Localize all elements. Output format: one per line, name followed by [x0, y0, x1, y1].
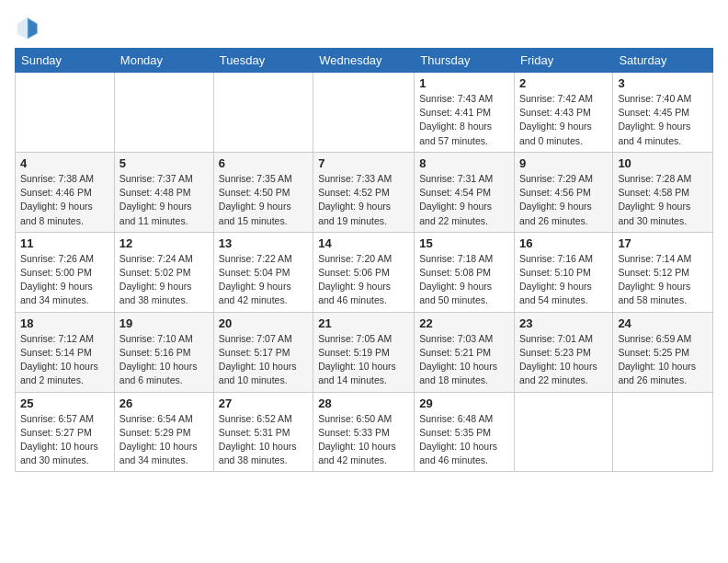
- calendar-cell: 16Sunrise: 7:16 AM Sunset: 5:10 PM Dayli…: [515, 232, 613, 312]
- day-info: Sunrise: 6:48 AM Sunset: 5:35 PM Dayligh…: [419, 412, 509, 468]
- day-number: 24: [618, 316, 708, 330]
- day-info: Sunrise: 7:22 AM Sunset: 5:04 PM Dayligh…: [219, 252, 308, 308]
- day-number: 16: [519, 236, 608, 250]
- calendar-cell: 4Sunrise: 7:38 AM Sunset: 4:46 PM Daylig…: [16, 152, 115, 232]
- calendar-cell: [613, 392, 713, 472]
- day-number: 26: [119, 396, 209, 410]
- day-number: 5: [119, 156, 209, 170]
- calendar-cell: 29Sunrise: 6:48 AM Sunset: 5:35 PM Dayli…: [415, 392, 515, 472]
- header: [15, 15, 713, 40]
- calendar-cell: 23Sunrise: 7:01 AM Sunset: 5:23 PM Dayli…: [515, 312, 613, 392]
- day-number: 1: [419, 76, 509, 90]
- calendar-cell: 10Sunrise: 7:28 AM Sunset: 4:58 PM Dayli…: [613, 152, 713, 232]
- calendar-cell: 18Sunrise: 7:12 AM Sunset: 5:14 PM Dayli…: [16, 312, 115, 392]
- day-number: 21: [318, 316, 409, 330]
- day-info: Sunrise: 6:59 AM Sunset: 5:25 PM Dayligh…: [618, 332, 708, 388]
- calendar-week-row: 11Sunrise: 7:26 AM Sunset: 5:00 PM Dayli…: [16, 232, 713, 312]
- day-number: 15: [419, 236, 509, 250]
- logo: [15, 15, 44, 40]
- day-info: Sunrise: 7:38 AM Sunset: 4:46 PM Dayligh…: [20, 172, 109, 228]
- calendar-cell: 22Sunrise: 7:03 AM Sunset: 5:21 PM Dayli…: [415, 312, 515, 392]
- calendar-week-row: 18Sunrise: 7:12 AM Sunset: 5:14 PM Dayli…: [16, 312, 713, 392]
- day-number: 12: [119, 236, 209, 250]
- day-number: 6: [219, 156, 308, 170]
- logo-icon: [15, 15, 40, 40]
- day-number: 10: [618, 156, 708, 170]
- calendar-cell: 17Sunrise: 7:14 AM Sunset: 5:12 PM Dayli…: [613, 232, 713, 312]
- calendar-cell: 9Sunrise: 7:29 AM Sunset: 4:56 PM Daylig…: [515, 152, 613, 232]
- day-number: 23: [519, 316, 608, 330]
- calendar-cell: 6Sunrise: 7:35 AM Sunset: 4:50 PM Daylig…: [213, 152, 313, 232]
- day-number: 3: [618, 76, 708, 90]
- day-number: 28: [318, 396, 409, 410]
- weekday-header-thursday: Thursday: [415, 49, 515, 73]
- day-info: Sunrise: 6:57 AM Sunset: 5:27 PM Dayligh…: [20, 412, 109, 468]
- weekday-header-saturday: Saturday: [613, 49, 713, 73]
- calendar-cell: 19Sunrise: 7:10 AM Sunset: 5:16 PM Dayli…: [114, 312, 213, 392]
- calendar-cell: [114, 73, 213, 153]
- day-info: Sunrise: 7:28 AM Sunset: 4:58 PM Dayligh…: [618, 172, 708, 228]
- weekday-header-wednesday: Wednesday: [313, 49, 415, 73]
- weekday-header-monday: Monday: [114, 49, 213, 73]
- calendar-week-row: 4Sunrise: 7:38 AM Sunset: 4:46 PM Daylig…: [16, 152, 713, 232]
- day-number: 25: [20, 396, 109, 410]
- day-number: 18: [20, 316, 109, 330]
- day-number: 29: [419, 396, 509, 410]
- day-info: Sunrise: 7:40 AM Sunset: 4:45 PM Dayligh…: [618, 92, 708, 148]
- calendar-cell: 12Sunrise: 7:24 AM Sunset: 5:02 PM Dayli…: [114, 232, 213, 312]
- calendar-cell: 27Sunrise: 6:52 AM Sunset: 5:31 PM Dayli…: [213, 392, 313, 472]
- day-info: Sunrise: 7:29 AM Sunset: 4:56 PM Dayligh…: [519, 172, 608, 228]
- weekday-header-tuesday: Tuesday: [213, 49, 313, 73]
- calendar-cell: 13Sunrise: 7:22 AM Sunset: 5:04 PM Dayli…: [213, 232, 313, 312]
- day-info: Sunrise: 7:14 AM Sunset: 5:12 PM Dayligh…: [618, 252, 708, 308]
- day-info: Sunrise: 7:16 AM Sunset: 5:10 PM Dayligh…: [519, 252, 608, 308]
- day-number: 17: [618, 236, 708, 250]
- page: SundayMondayTuesdayWednesdayThursdayFrid…: [0, 0, 728, 563]
- day-info: Sunrise: 7:35 AM Sunset: 4:50 PM Dayligh…: [219, 172, 308, 228]
- day-number: 14: [318, 236, 409, 250]
- day-info: Sunrise: 7:31 AM Sunset: 4:54 PM Dayligh…: [419, 172, 509, 228]
- calendar-cell: 25Sunrise: 6:57 AM Sunset: 5:27 PM Dayli…: [16, 392, 115, 472]
- day-info: Sunrise: 6:52 AM Sunset: 5:31 PM Dayligh…: [219, 412, 308, 468]
- calendar-header: SundayMondayTuesdayWednesdayThursdayFrid…: [16, 49, 713, 73]
- weekday-header-sunday: Sunday: [16, 49, 115, 73]
- calendar-body: 1Sunrise: 7:43 AM Sunset: 4:41 PM Daylig…: [16, 73, 713, 472]
- calendar-cell: 8Sunrise: 7:31 AM Sunset: 4:54 PM Daylig…: [415, 152, 515, 232]
- day-info: Sunrise: 7:12 AM Sunset: 5:14 PM Dayligh…: [20, 332, 109, 388]
- day-number: 11: [20, 236, 109, 250]
- day-info: Sunrise: 6:54 AM Sunset: 5:29 PM Dayligh…: [119, 412, 209, 468]
- day-info: Sunrise: 7:10 AM Sunset: 5:16 PM Dayligh…: [119, 332, 209, 388]
- calendar-cell: [213, 73, 313, 153]
- calendar-cell: 21Sunrise: 7:05 AM Sunset: 5:19 PM Dayli…: [313, 312, 415, 392]
- calendar-cell: 14Sunrise: 7:20 AM Sunset: 5:06 PM Dayli…: [313, 232, 415, 312]
- weekday-header-row: SundayMondayTuesdayWednesdayThursdayFrid…: [16, 49, 713, 73]
- day-number: 7: [318, 156, 409, 170]
- calendar-cell: 1Sunrise: 7:43 AM Sunset: 4:41 PM Daylig…: [415, 73, 515, 153]
- day-info: Sunrise: 7:37 AM Sunset: 4:48 PM Dayligh…: [119, 172, 209, 228]
- calendar-cell: 3Sunrise: 7:40 AM Sunset: 4:45 PM Daylig…: [613, 73, 713, 153]
- day-info: Sunrise: 7:42 AM Sunset: 4:43 PM Dayligh…: [519, 92, 608, 148]
- svg-marker-2: [28, 18, 38, 39]
- day-info: Sunrise: 7:33 AM Sunset: 4:52 PM Dayligh…: [318, 172, 409, 228]
- day-number: 9: [519, 156, 608, 170]
- day-info: Sunrise: 7:43 AM Sunset: 4:41 PM Dayligh…: [419, 92, 509, 148]
- day-info: Sunrise: 7:26 AM Sunset: 5:00 PM Dayligh…: [20, 252, 109, 308]
- day-number: 27: [219, 396, 308, 410]
- day-number: 19: [119, 316, 209, 330]
- calendar-cell: 20Sunrise: 7:07 AM Sunset: 5:17 PM Dayli…: [213, 312, 313, 392]
- day-info: Sunrise: 7:07 AM Sunset: 5:17 PM Dayligh…: [219, 332, 308, 388]
- calendar-cell: 2Sunrise: 7:42 AM Sunset: 4:43 PM Daylig…: [515, 73, 613, 153]
- calendar-cell: 15Sunrise: 7:18 AM Sunset: 5:08 PM Dayli…: [415, 232, 515, 312]
- calendar-cell: [313, 73, 415, 153]
- day-number: 13: [219, 236, 308, 250]
- day-info: Sunrise: 7:20 AM Sunset: 5:06 PM Dayligh…: [318, 252, 409, 308]
- calendar-cell: [16, 73, 115, 153]
- day-number: 20: [219, 316, 308, 330]
- day-info: Sunrise: 7:24 AM Sunset: 5:02 PM Dayligh…: [119, 252, 209, 308]
- calendar-week-row: 1Sunrise: 7:43 AM Sunset: 4:41 PM Daylig…: [16, 73, 713, 153]
- day-number: 8: [419, 156, 509, 170]
- day-info: Sunrise: 7:18 AM Sunset: 5:08 PM Dayligh…: [419, 252, 509, 308]
- calendar-cell: [515, 392, 613, 472]
- calendar-cell: 5Sunrise: 7:37 AM Sunset: 4:48 PM Daylig…: [114, 152, 213, 232]
- day-info: Sunrise: 7:05 AM Sunset: 5:19 PM Dayligh…: [318, 332, 409, 388]
